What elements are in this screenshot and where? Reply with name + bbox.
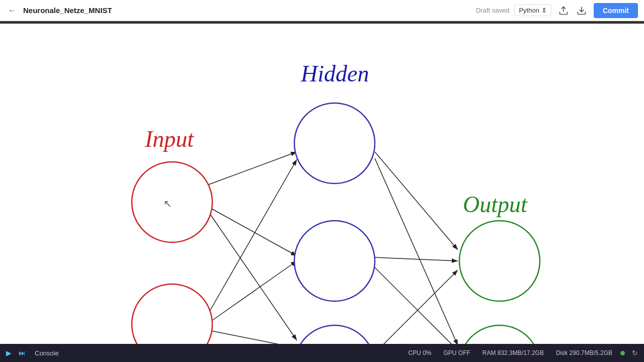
cpu-stat: CPU 0% xyxy=(408,349,431,356)
python-label: Python xyxy=(519,7,539,14)
download-icon[interactable] xyxy=(575,4,589,18)
fast-forward-icon: ⏭ xyxy=(19,349,26,357)
hidden-node-1 xyxy=(294,103,375,184)
main-content: Input Hidden Output xyxy=(0,24,644,344)
header-icons xyxy=(556,4,589,18)
console-bar: ▶ ⏭ Console CPU 0% GPU OFF RAM 832.3MB/1… xyxy=(0,344,644,362)
play-icon: ▶ xyxy=(6,349,12,357)
hidden-label: Hidden xyxy=(300,61,369,86)
status-dot xyxy=(620,351,625,355)
ram-stat: RAM 832.3MB/17.2GB xyxy=(482,349,544,356)
draft-saved-status: Draft saved xyxy=(476,7,509,14)
python-arrow-icon: ⇕ xyxy=(541,7,547,14)
commit-button[interactable]: Commit xyxy=(594,3,638,18)
console-label: Console xyxy=(35,349,59,357)
gpu-stat: GPU OFF xyxy=(443,349,470,356)
fast-forward-button[interactable]: ⏭ xyxy=(19,349,26,357)
disk-stat: Disk 290.7MB/5.2GB xyxy=(556,349,612,356)
python-selector[interactable]: Python ⇕ xyxy=(514,5,551,16)
header: ← Neuronale_Netze_MNIST Draft saved Pyth… xyxy=(0,0,644,21)
svg-text:↖: ↖ xyxy=(164,198,172,209)
page-title: Neuronale_Netze_MNIST xyxy=(23,6,471,15)
refresh-icon[interactable]: ↻ xyxy=(632,349,638,357)
input-label: Input xyxy=(144,126,194,152)
neural-network-diagram: Input Hidden Output xyxy=(0,24,644,344)
back-button[interactable]: ← xyxy=(6,5,18,17)
output-label: Output xyxy=(463,192,528,217)
hidden-node-2 xyxy=(294,221,375,301)
input-node-1 xyxy=(132,162,212,242)
output-node-1 xyxy=(459,221,540,301)
upload-icon[interactable] xyxy=(556,4,571,18)
play-button[interactable]: ▶ xyxy=(6,349,12,357)
